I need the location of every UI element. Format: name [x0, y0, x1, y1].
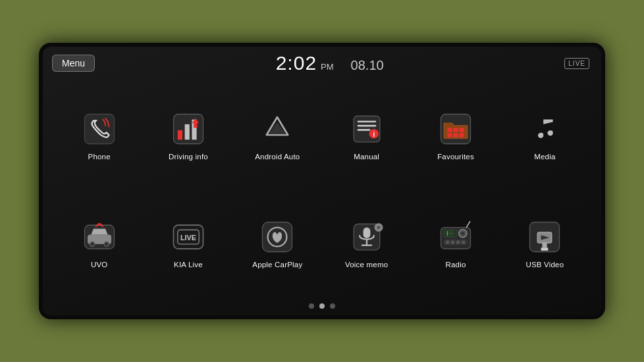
svg-point-20 — [90, 242, 94, 246]
svg-rect-2 — [178, 130, 182, 140]
usb-video-label: USB Video — [525, 261, 564, 269]
voice-memo-icon — [349, 219, 385, 255]
radio-icon — [438, 219, 473, 255]
kia-live-app[interactable]: LIVE KIA Live — [145, 190, 231, 296]
radio-label: Radio — [445, 261, 466, 269]
apple-carplay-icon — [259, 219, 295, 255]
usb-video-app[interactable]: USB Video — [502, 190, 588, 296]
radio-icon-box — [436, 217, 475, 257]
svg-text:i: i — [373, 130, 375, 138]
svg-rect-7 — [357, 125, 376, 127]
svg-rect-44 — [451, 240, 454, 244]
svg-rect-6 — [357, 120, 376, 122]
media-icon-box — [525, 109, 564, 149]
svg-rect-13 — [453, 128, 458, 132]
usb-video-icon-box — [525, 217, 564, 257]
pagination-dots — [43, 299, 601, 315]
apple-carplay-icon-box — [257, 217, 297, 257]
manual-icon: i — [349, 111, 385, 147]
android-auto-icon — [259, 111, 295, 147]
svg-rect-49 — [543, 243, 547, 247]
android-auto-icon-box — [257, 109, 297, 149]
svg-rect-12 — [447, 128, 452, 132]
media-icon — [527, 111, 562, 147]
svg-rect-16 — [453, 133, 458, 137]
svg-rect-46 — [462, 240, 465, 244]
svg-point-21 — [104, 242, 109, 246]
svg-rect-3 — [185, 124, 190, 140]
page-dot-1[interactable] — [309, 303, 314, 309]
svg-line-41 — [466, 222, 470, 228]
app-grid: Phone Driving info — [43, 77, 601, 299]
kia-live-icon-box: LIVE — [169, 217, 208, 257]
usb-video-icon — [527, 219, 562, 255]
phone-label: Phone — [88, 153, 111, 161]
svg-rect-43 — [446, 240, 449, 244]
android-auto-label: Android Auto — [255, 153, 300, 161]
driving-info-icon-box — [169, 109, 208, 149]
driving-info-icon — [171, 111, 206, 147]
svg-point-40 — [461, 232, 464, 235]
apple-carplay-app[interactable]: Apple CarPlay — [234, 190, 321, 296]
media-label: Media — [534, 153, 555, 161]
apple-carplay-label: Apple CarPlay — [252, 261, 302, 269]
favourites-icon — [438, 111, 473, 147]
driving-info-app[interactable]: Driving info — [145, 82, 231, 188]
svg-rect-17 — [459, 133, 464, 137]
time-ampm: PM — [321, 62, 334, 72]
svg-rect-45 — [456, 240, 460, 244]
voice-memo-app[interactable]: Voice memo — [323, 190, 410, 296]
date: 08.10 — [351, 58, 384, 73]
voice-memo-label: Voice memo — [345, 261, 388, 269]
svg-text:LIVE: LIVE — [180, 234, 196, 242]
menu-button[interactable]: Menu — [52, 55, 95, 72]
android-auto-app[interactable]: Android Auto — [234, 82, 321, 188]
time: 2:02 — [276, 52, 317, 74]
favourites-label: Favourites — [437, 153, 474, 161]
phone-app[interactable]: Phone — [56, 82, 142, 188]
page-dot-3[interactable] — [330, 303, 335, 309]
manual-icon-box: i — [347, 109, 387, 149]
svg-point-32 — [377, 226, 380, 229]
svg-rect-15 — [447, 133, 452, 137]
media-app[interactable]: Media — [502, 82, 588, 188]
kia-live-icon: LIVE — [171, 219, 206, 255]
time-display: 2:02 PM 08.10 — [276, 52, 384, 74]
car-infotainment-frame: Menu 2:02 PM 08.10 LIVE — [39, 43, 605, 319]
svg-rect-14 — [459, 128, 464, 132]
manual-app[interactable]: i Manual — [323, 82, 410, 188]
phone-icon — [82, 111, 117, 147]
car-infotainment-screen: Menu 2:02 PM 08.10 LIVE — [43, 47, 601, 315]
uvo-label: UVO — [91, 261, 108, 269]
radio-app[interactable]: Radio — [412, 190, 498, 296]
uvo-app[interactable]: UVO — [56, 190, 142, 296]
phone-icon-box — [80, 109, 119, 149]
svg-rect-50 — [541, 247, 549, 251]
svg-rect-28 — [363, 228, 370, 238]
driving-info-label: Driving info — [169, 153, 208, 161]
kia-live-label: KIA Live — [174, 261, 203, 269]
favourites-icon-box — [436, 109, 475, 149]
favourites-app[interactable]: Favourites — [412, 82, 498, 188]
top-bar: Menu 2:02 PM 08.10 LIVE — [43, 47, 601, 77]
svg-rect-0 — [84, 115, 114, 144]
voice-memo-icon-box — [347, 217, 387, 257]
uvo-icon-box — [80, 217, 119, 257]
live-badge: LIVE — [564, 58, 589, 69]
page-dot-2[interactable] — [319, 303, 325, 309]
uvo-icon — [82, 219, 117, 255]
svg-rect-8 — [357, 129, 370, 131]
manual-label: Manual — [354, 153, 379, 161]
